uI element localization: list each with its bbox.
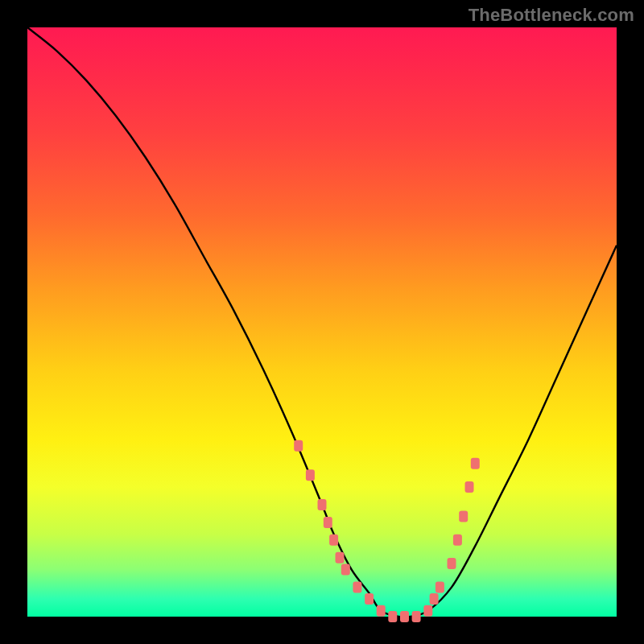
plot-area	[27, 27, 617, 617]
chart-frame: TheBottleneck.com	[0, 0, 644, 644]
watermark-text: TheBottleneck.com	[469, 5, 634, 26]
